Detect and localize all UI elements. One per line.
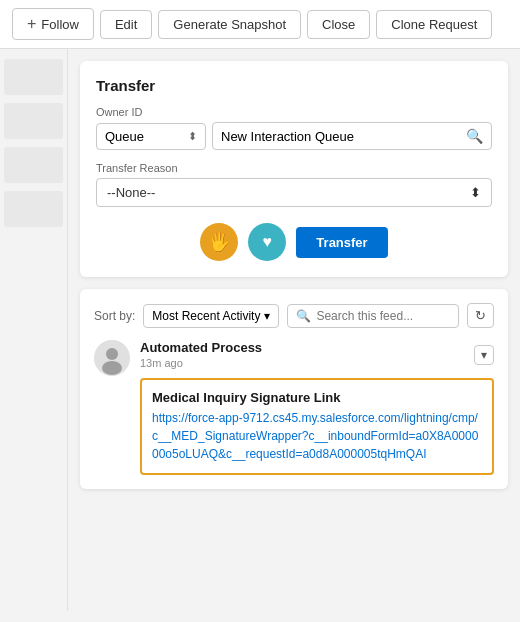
transfer-reason-select[interactable]: --None-- ⬍ xyxy=(96,178,492,207)
follow-button[interactable]: + Follow xyxy=(12,8,94,40)
owner-id-label: Owner ID xyxy=(96,106,492,118)
transfer-card: Transfer Owner ID Queue ⬍ New Interactio… xyxy=(80,61,508,277)
plus-icon: + xyxy=(27,15,36,33)
sidebar-item-1 xyxy=(4,59,63,95)
feed-author: Automated Process xyxy=(140,340,262,355)
search-icon[interactable]: 🔍 xyxy=(466,128,483,144)
heart-icon-button[interactable]: ♥ xyxy=(248,223,286,261)
sort-arrow-icon: ▾ xyxy=(264,309,270,323)
toolbar: + Follow Edit Generate Snapshot Close Cl… xyxy=(0,0,520,49)
sidebar-item-3 xyxy=(4,147,63,183)
avatar xyxy=(94,340,130,376)
sort-value: Most Recent Activity xyxy=(152,309,260,323)
edit-button[interactable]: Edit xyxy=(100,10,152,39)
hand-icon-button[interactable]: 🖐 xyxy=(200,223,238,261)
none-value: --None-- xyxy=(107,185,155,200)
transfer-actions: 🖐 ♥ Transfer xyxy=(96,223,492,261)
feed-dropdown-button[interactable]: ▾ xyxy=(474,345,494,365)
search-feed-icon: 🔍 xyxy=(296,309,311,323)
feed-content-link[interactable]: https://force-app-9712.cs45.my.salesforc… xyxy=(152,411,478,461)
sort-select[interactable]: Most Recent Activity ▾ xyxy=(143,304,279,328)
feed-meta: Automated Process 13m ago ▾ Medical Inqu… xyxy=(140,340,494,475)
feed-time: 13m ago xyxy=(140,357,183,369)
content: Transfer Owner ID Queue ⬍ New Interactio… xyxy=(68,49,520,611)
feed-dropdown-icon: ▾ xyxy=(481,348,487,362)
svg-point-2 xyxy=(102,361,122,375)
sort-row: Sort by: Most Recent Activity ▾ 🔍 ↻ xyxy=(94,303,494,328)
feed-content-title: Medical Inquiry Signature Link xyxy=(152,390,482,405)
heart-icon: ♥ xyxy=(263,233,273,251)
close-button[interactable]: Close xyxy=(307,10,370,39)
sidebar xyxy=(0,49,68,611)
clone-request-button[interactable]: Clone Request xyxy=(376,10,492,39)
feed-item: Automated Process 13m ago ▾ Medical Inqu… xyxy=(94,340,494,475)
queue-value: Queue xyxy=(105,129,144,144)
new-interaction-queue-value: New Interaction Queue xyxy=(221,129,354,144)
follow-label: Follow xyxy=(41,17,79,32)
transfer-reason-row: Transfer Reason --None-- ⬍ xyxy=(96,162,492,207)
avatar-image xyxy=(94,340,130,376)
transfer-reason-arrow-icon: ⬍ xyxy=(470,185,481,200)
owner-id-row: Queue ⬍ New Interaction Queue 🔍 xyxy=(96,122,492,150)
search-feed-container: 🔍 xyxy=(287,304,459,328)
new-interaction-queue-input[interactable]: New Interaction Queue 🔍 xyxy=(212,122,492,150)
feed-content-box: Medical Inquiry Signature Link https://f… xyxy=(140,378,494,475)
refresh-icon: ↻ xyxy=(475,308,486,323)
sort-label: Sort by: xyxy=(94,309,135,323)
search-feed-input[interactable] xyxy=(316,309,450,323)
hand-icon: 🖐 xyxy=(208,231,230,253)
queue-select[interactable]: Queue ⬍ xyxy=(96,123,206,150)
transfer-button[interactable]: Transfer xyxy=(296,227,387,258)
sidebar-item-4 xyxy=(4,191,63,227)
generate-snapshot-button[interactable]: Generate Snapshot xyxy=(158,10,301,39)
transfer-title: Transfer xyxy=(96,77,492,94)
main-area: Transfer Owner ID Queue ⬍ New Interactio… xyxy=(0,49,520,611)
transfer-reason-label: Transfer Reason xyxy=(96,162,492,174)
refresh-button[interactable]: ↻ xyxy=(467,303,494,328)
feed-card: Sort by: Most Recent Activity ▾ 🔍 ↻ xyxy=(80,289,508,489)
queue-arrow-icon: ⬍ xyxy=(188,130,197,143)
svg-point-1 xyxy=(106,348,118,360)
sidebar-item-2 xyxy=(4,103,63,139)
